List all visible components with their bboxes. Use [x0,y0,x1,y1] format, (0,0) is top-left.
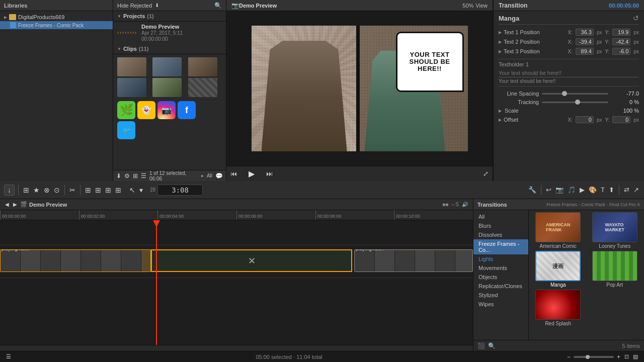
trans-item-pop-art[interactable]: Pop Art [588,251,642,288]
zoom-out-btn[interactable]: − [566,352,572,361]
grid-tool[interactable]: ⊞ [94,185,102,195]
text3-expand-icon[interactable]: ▶ [499,49,502,54]
trans-item-red-splash[interactable]: Red Splash [531,290,586,326]
text2-y-value[interactable]: -42.4 [612,38,630,45]
timeline-view-btn[interactable]: ☰ [5,352,12,361]
import-button[interactable]: ↓ [4,185,15,196]
playhead[interactable] [156,220,157,345]
library-item-freeze-frames[interactable]: Freeze Frames - Comic Pack [0,21,113,29]
project-info: Demo Preview Apr 27, 2017, 5:11 00:00:00… [141,24,183,42]
timeline-back-btn[interactable]: ◀ [4,201,10,208]
trans-search-icon[interactable]: 🔍 [488,342,496,349]
tool-1[interactable]: ⊞ [22,185,30,195]
text1-x-value[interactable]: 36.3 [576,29,594,36]
timeline-audio-btn[interactable]: 🔊 [461,201,469,208]
trans-cat-stylized[interactable]: Stylized [473,291,528,300]
photo-tool[interactable]: 📷 [554,185,565,195]
trans-item-looney-tunes[interactable]: WAYATOMARKET Looney Tunes [588,212,642,249]
instagram-icon[interactable]: 📷 [157,101,176,119]
timecode-display[interactable]: 3:08 [157,185,203,196]
fullscreen-button[interactable]: ⤢ [481,169,491,178]
timeline-scrollbar[interactable] [0,345,473,351]
inspector-panel: Transition 00:00:05:00 Manga ↺ ▶ Text 1 … [493,0,644,181]
trans-item-american-comic[interactable]: AMERICANFRANK American Comic [531,212,586,249]
trans-cat-wipes[interactable]: Wipes [473,300,528,309]
twitter-icon[interactable]: 🐦 [117,121,135,139]
trans-item-manga[interactable]: 漫画 Manga [531,251,586,288]
share-tool[interactable]: ⬆ [608,185,615,195]
clip-thumb-4[interactable] [117,78,146,97]
text-tool[interactable]: T [600,185,606,195]
text1-expand-icon[interactable]: ▶ [499,30,502,35]
rewind-button[interactable]: ⏮ [228,169,239,178]
view-list-icon[interactable]: ⊞ [133,172,138,179]
audio-tool[interactable]: 🎵 [567,185,577,195]
trans-cat-freeze-frames[interactable]: Freeze Frames - Co... [473,239,528,254]
clip-2[interactable]: playing xbox [354,249,473,272]
transition-block[interactable]: ✕ [151,249,352,272]
zoom-in-btn[interactable]: + [616,352,621,361]
forward-button[interactable]: ⏭ [264,169,275,178]
cursor-dropdown[interactable]: ▾ [138,185,144,195]
gear-icon[interactable]: ⚙ [124,172,130,179]
facebook-icon[interactable]: f [178,101,196,119]
zoom-slider-thumb[interactable] [586,355,590,359]
group-tool[interactable]: ⊞ [84,185,92,195]
tool-4[interactable]: ⊙ [53,185,61,195]
library-item-digitalproducts[interactable]: ▶ DigitalProducts669 [0,13,113,21]
color-tool[interactable]: 🎨 [588,185,598,195]
switch-tool[interactable]: ⇄ [623,185,630,195]
clip-thumb-3[interactable] [188,57,217,76]
text3-y-value[interactable]: -6.0 [612,48,630,55]
trans-cat-movements[interactable]: Movements [473,263,528,273]
line-spacing-slider[interactable] [542,93,608,95]
snapchat-icon[interactable]: 👻 [137,101,155,119]
something-tool[interactable]: ⊞ [114,185,122,195]
trans-install-icon[interactable]: ⬛ [477,342,485,349]
offset-expand-icon[interactable]: ▶ [499,118,502,122]
timeline-play-btn[interactable]: ▶ [12,201,18,208]
tracking-thumb[interactable] [575,100,580,105]
clip-thumb-1[interactable] [117,57,146,76]
clip-thumb-5[interactable] [152,78,182,97]
motion-tool[interactable]: ▶ [579,185,586,195]
text1-y-value[interactable]: 19.9 [612,29,630,36]
blade-tool[interactable]: ⊞ [104,185,112,195]
refresh-icon[interactable]: ↺ [633,14,639,22]
transform-tool[interactable]: ✂ [68,185,76,195]
export-tool[interactable]: ↗ [632,185,640,195]
project-item[interactable]: ›››››››› Demo Preview Apr 27, 2017, 5:11… [113,22,226,44]
clip-appearance-btn[interactable]: ▤ [632,352,639,361]
tracking-slider[interactable] [542,102,608,103]
text3-x-value[interactable]: 89.4 [576,48,594,55]
fit-btn[interactable]: ⊡ [623,352,630,361]
scale-expand-icon[interactable]: ▶ [499,109,502,113]
line-spacing-thumb[interactable] [562,91,567,96]
tool-3[interactable]: ⊗ [43,185,51,195]
trans-cat-lights[interactable]: Lights [473,254,528,263]
all-filter[interactable]: All [207,173,212,178]
zoom-slider[interactable] [574,356,614,358]
trans-cat-objects[interactable]: Objects [473,273,528,282]
magnet-tool[interactable]: 🔧 [527,185,537,195]
expand-icon: ▶ [4,15,7,20]
play-button[interactable]: ▶ [247,168,257,179]
clip-1[interactable]: playing xbox [0,249,151,272]
cursor-tool[interactable]: ↖ [128,185,136,195]
text2-expand-icon[interactable]: ▶ [499,40,502,44]
offset-y-value[interactable]: 0 [612,116,630,123]
trans-cat-replicator[interactable]: Replicator/Clones [473,282,528,291]
trans-cat-blurs[interactable]: Blurs [473,221,528,230]
green-icon[interactable]: 🌿 [117,101,135,119]
clip-thumb-placeholder[interactable] [188,78,217,97]
text2-x-value[interactable]: -39.4 [576,38,594,45]
textholder-input[interactable] [499,69,639,77]
offset-x-value[interactable]: 0 [576,116,594,123]
search-icon[interactable]: 🔍 [214,2,222,9]
trans-cat-all[interactable]: All [473,212,528,221]
tool-2[interactable]: ★ [32,185,41,195]
undo-tool[interactable]: ↩ [545,185,552,195]
clip-thumb-2[interactable] [152,57,182,76]
view-grid-icon[interactable]: ☰ [141,172,146,179]
trans-cat-dissolves[interactable]: Dissolves [473,230,528,239]
